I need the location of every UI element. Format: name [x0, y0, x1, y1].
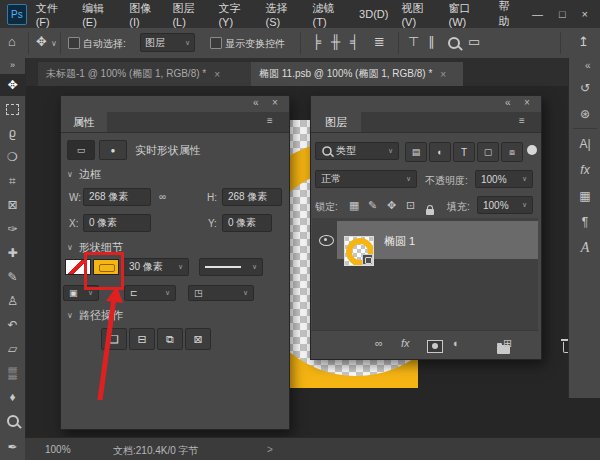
layer-thumbnail[interactable] — [344, 236, 374, 266]
lock-position-icon[interactable]: ✥ — [387, 199, 396, 212]
chevron-down-icon[interactable]: ∨ — [67, 311, 73, 320]
link-dimensions-icon[interactable]: ∞ — [159, 191, 166, 202]
layer-filter-dropdown[interactable]: 类型∨ — [315, 142, 399, 160]
x-field[interactable]: 0 像素 — [83, 214, 151, 232]
auto-select-checkbox[interactable] — [68, 37, 80, 49]
panel-menu-icon[interactable]: ≡ — [267, 115, 273, 126]
auto-select-dropdown[interactable]: 图层∨ — [140, 33, 195, 52]
filter-shape-layers-icon[interactable]: ▢ — [477, 142, 499, 162]
distribute-horizontal-icon[interactable]: ∥ — [428, 34, 435, 49]
lasso-tool[interactable]: ϱ — [0, 122, 25, 144]
close-panel-icon[interactable]: × — [272, 97, 278, 108]
frame-tool[interactable]: ⊠ — [0, 194, 25, 216]
tab-layers[interactable]: 图层 — [311, 112, 361, 132]
menu-edit[interactable]: 编辑(E) — [82, 1, 116, 28]
show-transform-checkbox[interactable] — [210, 37, 222, 49]
history-panel-icon[interactable]: ↺ — [569, 76, 600, 100]
subtract-front-shape-button[interactable]: ⊟ — [129, 328, 155, 350]
fill-dropdown[interactable]: 100%∨ — [477, 196, 533, 214]
tab-ellipse-11-psb[interactable]: 椭圆 11.psb @ 100% (椭圆 1, RGB/8) * × — [251, 62, 463, 86]
opacity-dropdown[interactable]: 100%∨ — [475, 170, 533, 188]
pen-tool[interactable]: ✒ — [0, 436, 25, 458]
expand-dock-icon[interactable]: « — [585, 60, 591, 71]
quick-selection-tool[interactable]: ❍ — [0, 146, 25, 168]
history-brush-tool[interactable]: ↶ — [0, 314, 25, 336]
lock-all-icon[interactable] — [426, 209, 434, 215]
chevron-down-icon[interactable]: ∨ — [67, 170, 73, 179]
menu-filter[interactable]: 滤镜(T) — [313, 1, 347, 28]
align-left-edges-icon[interactable]: ╞ — [312, 34, 321, 49]
filter-adjustment-layers-icon[interactable]: ◐ — [429, 142, 451, 162]
layer-style-fx-icon[interactable]: fx — [401, 337, 410, 349]
maximize-button[interactable]: □ — [559, 8, 566, 20]
distribute-icon[interactable]: ≣ — [374, 34, 385, 49]
height-field[interactable]: 268 像素 — [222, 188, 282, 206]
y-field[interactable]: 0 像素 — [222, 214, 272, 232]
tab-properties[interactable]: 属性 — [61, 112, 107, 132]
chevron-down-icon[interactable]: ∨ — [51, 39, 57, 48]
menu-image[interactable]: 图像(I) — [129, 1, 159, 28]
menu-window[interactable]: 窗口(W) — [449, 1, 486, 28]
menu-3d[interactable]: 3D(D) — [359, 8, 388, 20]
healing-brush-tool[interactable]: ✚ — [0, 242, 25, 264]
glyphs-panel-icon[interactable]: A — [569, 236, 600, 260]
fill-color-swatch[interactable] — [65, 259, 91, 275]
clone-stamp-tool[interactable]: ♙ — [0, 290, 25, 312]
eraser-tool[interactable]: ▱ — [0, 338, 25, 360]
frame-icon[interactable]: ▭ — [468, 34, 480, 49]
styles-panel-icon[interactable]: fx — [569, 158, 600, 182]
align-vertical-centers-icon[interactable]: ╫ — [331, 34, 340, 49]
width-field[interactable]: 268 像素 — [83, 188, 151, 206]
menu-view[interactable]: 视图(V) — [401, 1, 435, 28]
menu-layer[interactable]: 图层(L) — [172, 1, 205, 28]
chevron-down-icon[interactable]: ∨ — [67, 243, 73, 252]
shape-properties-toggle[interactable]: ▭ — [67, 140, 95, 160]
align-top-edges-icon[interactable]: ⊤ — [408, 34, 419, 49]
collapse-tools-icon[interactable]: » — [0, 58, 25, 72]
menu-help[interactable]: 帮助 — [498, 0, 518, 29]
swatches-panel-icon[interactable]: ▦ — [569, 184, 600, 208]
filter-pixel-layers-icon[interactable]: ▤ — [405, 142, 427, 162]
gradient-tool[interactable]: ▒ — [0, 362, 25, 384]
character-panel-icon[interactable]: A| — [569, 132, 600, 156]
menu-file[interactable]: 文件(F) — [36, 1, 70, 28]
marquee-tool[interactable] — [0, 98, 25, 120]
combine-shapes-button[interactable]: ❏ — [101, 328, 127, 350]
intersect-shapes-button[interactable]: ⧉ — [157, 328, 183, 350]
mask-properties-toggle[interactable]: ● — [99, 140, 127, 160]
close-panel-icon[interactable]: × — [524, 97, 530, 108]
search-icon[interactable] — [448, 37, 460, 49]
status-arrow-icon[interactable]: > — [267, 444, 273, 455]
add-layer-mask-icon[interactable] — [427, 340, 443, 353]
zoom-tool[interactable] — [0, 410, 25, 432]
filter-type-layers-icon[interactable]: T — [453, 142, 475, 162]
share-icon[interactable]: ↥ — [578, 34, 589, 49]
menu-type[interactable]: 文字(Y) — [218, 1, 252, 28]
move-tool[interactable]: ✥ — [0, 74, 25, 96]
color-panel-icon[interactable]: ⊛ — [569, 102, 600, 126]
filter-toggle-icon[interactable] — [527, 145, 537, 155]
move-tool-icon[interactable]: ✥ — [36, 34, 47, 49]
lock-image-pixels-icon[interactable]: ✎ — [368, 199, 377, 212]
layer-name[interactable]: 椭圆 1 — [384, 234, 415, 249]
align-right-edges-icon[interactable]: ╡ — [350, 34, 359, 49]
lock-transparent-pixels-icon[interactable]: ▦ — [349, 199, 359, 212]
new-adjustment-layer-icon[interactable]: ◐ — [453, 337, 460, 349]
filter-smart-objects-icon[interactable]: ⧈ — [501, 142, 523, 162]
crop-tool[interactable]: ⌗ — [0, 170, 25, 192]
minimize-button[interactable]: — — [532, 8, 543, 20]
paragraph-panel-icon[interactable]: ¶ — [569, 210, 600, 234]
panel-menu-icon[interactable]: ≡ — [519, 115, 525, 126]
blur-tool[interactable]: ♦ — [0, 386, 25, 408]
exclude-overlapping-button[interactable]: ⊠ — [185, 328, 211, 350]
stroke-cap-dropdown[interactable]: ⊏∨ — [124, 285, 176, 301]
zoom-level[interactable]: 100% — [45, 444, 71, 455]
new-layer-icon[interactable]: ⊞ — [503, 337, 512, 350]
stroke-type-dropdown[interactable]: ∨ — [199, 258, 263, 276]
stroke-corner-dropdown[interactable]: ◳∨ — [188, 285, 254, 301]
link-layers-icon[interactable]: ∞ — [375, 337, 383, 349]
close-icon[interactable]: × — [214, 69, 220, 80]
brush-tool[interactable]: ✎ — [0, 266, 25, 288]
layer-visibility-eye-icon[interactable] — [319, 235, 334, 246]
stroke-width-dropdown[interactable]: 30 像素∨ — [123, 258, 189, 276]
